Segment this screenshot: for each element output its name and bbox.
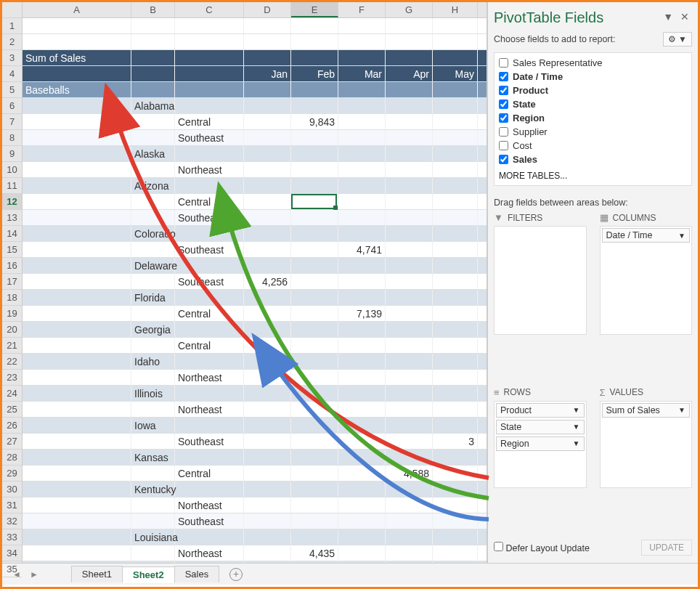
cell[interactable]	[338, 466, 386, 481]
cell[interactable]	[291, 482, 338, 497]
cell[interactable]	[386, 306, 433, 321]
cell[interactable]	[386, 338, 433, 353]
cell[interactable]: Jan	[244, 66, 291, 81]
rows-area[interactable]: ≡ROWS Product▼State▼Region▼	[494, 387, 587, 535]
cell[interactable]	[291, 290, 338, 305]
cell[interactable]	[433, 545, 478, 561]
cell[interactable]	[175, 322, 244, 337]
cell[interactable]	[291, 434, 338, 449]
cell[interactable]	[433, 513, 478, 529]
column-headers[interactable]: ABCDEFGH	[23, 2, 487, 18]
cell[interactable]	[433, 338, 478, 353]
cell[interactable]: Illinois	[131, 386, 175, 401]
cell[interactable]	[175, 354, 244, 369]
cell[interactable]	[338, 418, 386, 433]
grid-row[interactable]: Central4,588	[23, 466, 487, 482]
cell[interactable]	[291, 130, 338, 145]
cell[interactable]: Central	[175, 338, 244, 353]
cell[interactable]	[23, 130, 131, 145]
cell[interactable]	[23, 258, 131, 273]
cell[interactable]: Louisiana	[131, 529, 175, 545]
cell[interactable]: Mar	[338, 66, 386, 81]
row-header[interactable]: 26	[2, 418, 22, 434]
cell[interactable]	[175, 482, 244, 497]
grid-row[interactable]: Iowa	[23, 418, 487, 434]
cell[interactable]	[291, 370, 338, 385]
cell[interactable]	[131, 130, 175, 145]
cell[interactable]	[23, 98, 131, 113]
grid-row[interactable]: Central	[23, 194, 487, 210]
cell[interactable]: Southeast	[175, 274, 244, 289]
grid-row[interactable]: Illinois	[23, 386, 487, 402]
row-header[interactable]: 21	[2, 338, 22, 354]
cell[interactable]	[433, 561, 478, 563]
cell[interactable]	[175, 529, 244, 545]
cell[interactable]	[386, 34, 433, 49]
cell[interactable]	[244, 258, 291, 273]
more-tables-link[interactable]: MORE TABLES...	[495, 166, 691, 182]
cell[interactable]	[244, 434, 291, 449]
cell[interactable]	[23, 210, 131, 225]
cell[interactable]	[131, 513, 175, 529]
cell[interactable]: 4,741	[338, 242, 386, 257]
cell[interactable]	[386, 226, 433, 241]
cell[interactable]	[338, 450, 386, 465]
gear-icon[interactable]: ⚙ ▼	[663, 32, 692, 46]
row-header[interactable]: 12	[2, 194, 22, 210]
row-header[interactable]: 6	[2, 98, 22, 114]
cell[interactable]	[23, 561, 131, 563]
field-item[interactable]: Date / Time	[495, 70, 691, 84]
col-header-A[interactable]: A	[23, 2, 131, 17]
cell[interactable]: Kansas	[131, 450, 175, 465]
cell[interactable]: Delaware	[131, 258, 175, 273]
cell[interactable]	[131, 82, 175, 97]
cell[interactable]	[23, 114, 131, 129]
cell[interactable]: Apr	[386, 66, 433, 81]
cell[interactable]	[338, 82, 386, 97]
cell[interactable]	[386, 290, 433, 305]
grid-row[interactable]: Southeast4,741	[23, 242, 487, 258]
cell[interactable]	[291, 18, 338, 33]
cell[interactable]: Baseballs	[23, 82, 131, 97]
add-sheet-button[interactable]: +	[229, 568, 243, 581]
cell[interactable]	[175, 258, 244, 273]
cell[interactable]	[175, 66, 244, 81]
cell[interactable]	[338, 130, 386, 145]
cell[interactable]	[433, 34, 478, 49]
row-header[interactable]: 15	[2, 242, 22, 258]
cell[interactable]	[338, 529, 386, 545]
sheet-tab[interactable]: Sheet1	[71, 566, 123, 582]
cell[interactable]	[175, 18, 244, 33]
cell[interactable]	[433, 497, 478, 513]
grid-row[interactable]: Southeast4,256	[23, 274, 487, 290]
cell[interactable]	[338, 98, 386, 113]
cell[interactable]: Northeast	[175, 162, 244, 177]
cell[interactable]	[338, 545, 386, 561]
cell[interactable]	[244, 82, 291, 97]
col-header-G[interactable]: G	[386, 2, 433, 17]
cell[interactable]	[433, 226, 478, 241]
row-header[interactable]: 35	[2, 561, 22, 577]
col-header-B[interactable]: B	[131, 2, 175, 17]
cell[interactable]: Georgia	[131, 322, 175, 337]
grid-row[interactable]: Georgia	[23, 322, 487, 338]
row-header[interactable]: 31	[2, 497, 22, 513]
cell[interactable]	[433, 386, 478, 401]
cell[interactable]	[433, 354, 478, 369]
cell[interactable]	[338, 513, 386, 529]
cell[interactable]	[291, 497, 338, 513]
cell[interactable]	[175, 178, 244, 193]
cell[interactable]	[338, 434, 386, 449]
cell[interactable]	[244, 130, 291, 145]
field-item[interactable]: Product	[495, 84, 691, 97]
cell[interactable]	[338, 402, 386, 417]
row-header[interactable]: 28	[2, 450, 22, 466]
cell[interactable]	[291, 274, 338, 289]
col-header-F[interactable]: F	[338, 2, 386, 17]
cell[interactable]	[23, 466, 131, 481]
cell[interactable]	[23, 274, 131, 289]
cell[interactable]	[244, 386, 291, 401]
cell[interactable]	[131, 18, 175, 33]
cell[interactable]	[244, 290, 291, 305]
grid-row[interactable]	[23, 18, 487, 34]
